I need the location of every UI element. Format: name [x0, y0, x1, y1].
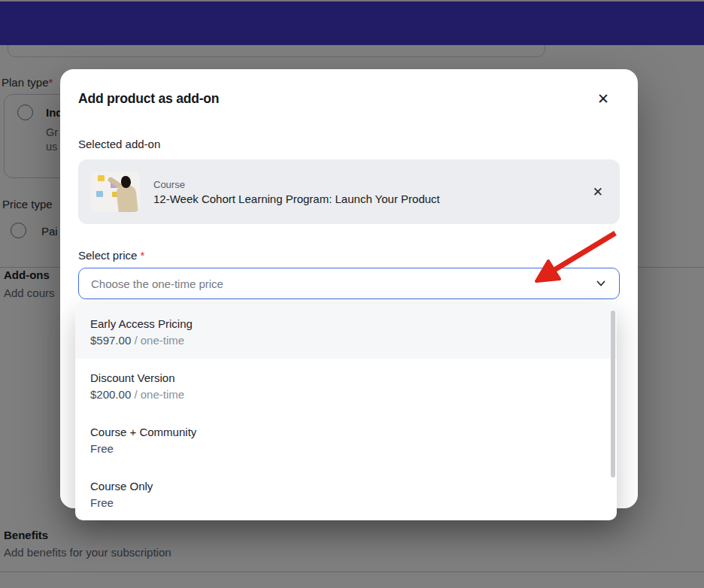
sticky-note-blue [96, 191, 103, 197]
option-name: Course + Community [90, 426, 602, 438]
option-amount: Free [90, 496, 114, 509]
modal-close-icon[interactable]: ✕ [596, 90, 620, 108]
person-head [121, 176, 131, 188]
option-name: Discount Version [90, 371, 602, 384]
product-type-label: Course [153, 179, 590, 190]
price-option-discount[interactable]: Discount Version $200.00 / one-time [75, 359, 617, 413]
select-price-label: Select price * [78, 249, 620, 262]
screen: Plan type* Ind Gr us Price type Pai Add-… [0, 0, 704, 588]
option-name: Course Only [90, 480, 602, 493]
modal-title: Add product as add-on [78, 91, 219, 107]
price-select-placeholder: Choose the one-time price [91, 277, 223, 290]
option-suffix: / one-time [131, 388, 184, 401]
selected-addon-label: Selected add-on [78, 138, 620, 150]
select-price-required-mark: * [141, 249, 145, 262]
person-body [116, 185, 138, 212]
select-price-text: Select price [78, 249, 137, 262]
price-options-dropdown: Early Access Pricing $597.00 / one-time … [75, 305, 617, 520]
price-select-field[interactable]: Choose the one-time price [78, 268, 620, 299]
dropdown-scrollbar-thumb[interactable] [611, 311, 615, 477]
product-title: 12-Week Cohort Learning Program: Launch … [153, 192, 590, 205]
option-name: Early Access Pricing [90, 317, 602, 330]
option-suffix: / one-time [131, 334, 184, 347]
option-amount: $200.00 [90, 388, 131, 401]
price-option-course-community[interactable]: Course + Community Free [75, 413, 617, 467]
price-option-early-access[interactable]: Early Access Pricing $597.00 / one-time [75, 305, 617, 359]
option-amount: $597.00 [90, 334, 131, 347]
option-amount: Free [90, 442, 114, 455]
remove-addon-icon[interactable]: ✕ [590, 181, 606, 203]
course-thumbnail-image [90, 171, 140, 212]
price-option-course-only[interactable]: Course Only Free [75, 467, 617, 520]
selected-addon-card: Course 12-Week Cohort Learning Program: … [78, 159, 620, 224]
sticky-note-yellow [98, 175, 105, 181]
chevron-down-icon [595, 277, 607, 289]
